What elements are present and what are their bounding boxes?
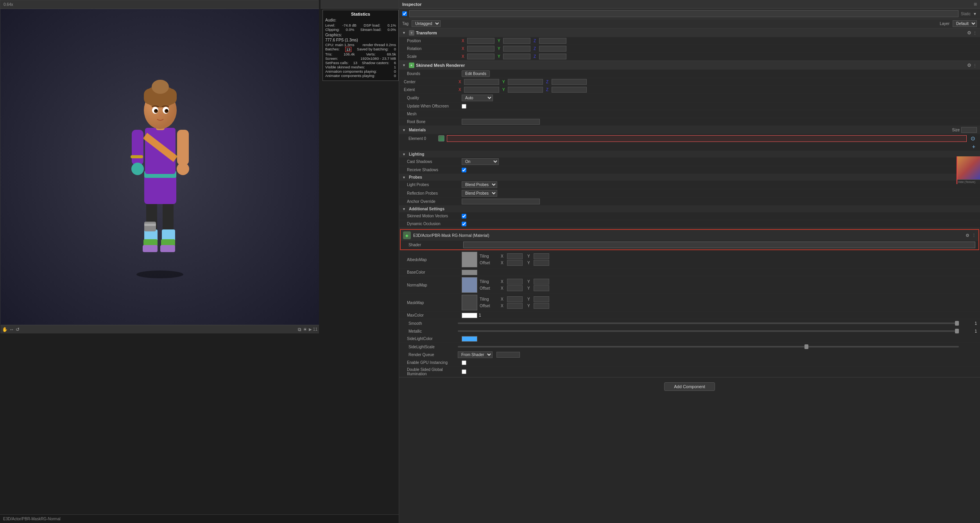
move-icon[interactable]: ↔ (9, 327, 14, 332)
double-sided-gi-checkbox[interactable] (462, 369, 466, 374)
character-figure (105, 50, 215, 284)
add-component-btn[interactable]: Add Component (664, 382, 715, 391)
scale-x-input[interactable]: 1 (467, 54, 494, 59)
normal-thumb (462, 277, 477, 293)
inspector-close-icon[interactable]: ⊞ (974, 2, 977, 6)
albedo-offset-x[interactable]: 0 (507, 260, 523, 266)
position-row: Position X 0 Y 0 Z 0 (399, 37, 980, 45)
tag-dropdown[interactable]: Untagged (412, 20, 441, 27)
position-y-input[interactable]: 0 (503, 38, 530, 44)
mask-offset-x[interactable]: 0 (507, 303, 523, 309)
transform-header[interactable]: ▼ T Transform ⚙ ⋮ (399, 29, 980, 37)
normal-tiling-x[interactable]: 1 (507, 279, 523, 285)
position-z-input[interactable]: 0 (539, 38, 566, 44)
rotate-icon[interactable]: ↺ (16, 327, 20, 332)
gpu-instancing-checkbox[interactable] (462, 360, 466, 365)
object-active-checkbox[interactable] (402, 11, 407, 16)
anchor-override-row: Anchor Override None (Transform) (399, 198, 980, 206)
lighting-section-header[interactable]: ▼ Lighting (399, 151, 980, 158)
light-probes-dropdown[interactable]: Blend Probes (462, 181, 497, 188)
audio-section: Audio: Level: -74.8 dB DSP load: 0.1% Cl… (325, 18, 396, 32)
materials-section-header[interactable]: ▼ Materials Size 1 (399, 126, 980, 134)
normal-offset-x[interactable]: 0 (507, 285, 523, 291)
root-bone-input[interactable]: None (Transform) (462, 119, 540, 125)
normal-offset-y[interactable]: 0 (534, 285, 549, 291)
center-y-input[interactable]: 0.9196696 (508, 79, 543, 85)
albedo-tiling-y[interactable]: 1 (534, 253, 549, 259)
normal-tiling-y[interactable]: 1 (534, 279, 549, 285)
rotation-y-input[interactable]: 0 (503, 46, 530, 52)
scale-y-input[interactable]: 1 (503, 54, 530, 59)
tag-label-text: Tag (402, 21, 408, 26)
light-icon[interactable]: ☀ (303, 327, 307, 332)
scale-y-item: Y 1 (498, 54, 530, 59)
transform-settings-icon[interactable]: ⚙ (967, 30, 971, 36)
element0-row: Element 0 E3D/Actor/PBR-MaskRG-Normal ⊙ (399, 134, 980, 143)
rotation-z-input[interactable]: 0 (539, 46, 566, 52)
render-queue-type-dropdown[interactable]: From Shader (458, 351, 493, 358)
smr-header[interactable]: ▼ ✦ Skinned Mesh Renderer ⚙ ⋮ (399, 61, 980, 70)
smr-collapse-arrow: ▼ (402, 63, 406, 67)
scale-xyz: X 1 Y 1 Z 1 (462, 54, 977, 59)
smr-menu-icon[interactable]: ⋮ (973, 63, 977, 68)
transform-menu-icon[interactable]: ⋮ (973, 31, 977, 35)
mask-offset-y[interactable]: 0 (534, 303, 549, 309)
center-z-input[interactable]: -0.09860827 (552, 79, 587, 85)
extent-y-label: Y (502, 88, 507, 92)
scale-z-input[interactable]: 1 (539, 54, 566, 59)
dynamic-occlusion-checkbox[interactable] (462, 222, 466, 226)
mask-tiling-y[interactable]: 1 (534, 296, 549, 302)
mask-offset-row: Offset X 0 Y 0 (480, 303, 549, 309)
normal-label: NormalMap (407, 283, 462, 287)
max-color-swatch[interactable] (462, 313, 477, 318)
layer-icon[interactable]: ⧉ (298, 327, 301, 332)
statistics-panel: Statistics Audio: Level: -74.8 dB DSP lo… (322, 10, 399, 81)
extent-z-input[interactable]: 0.2367781 (552, 87, 587, 93)
extent-x-input[interactable]: 0.5410055 (464, 87, 499, 93)
transform-collapse-arrow: ▼ (402, 31, 406, 35)
position-xyz: X 0 Y 0 Z 0 (462, 38, 977, 44)
mat-settings-icon[interactable]: ⚙ (966, 233, 969, 238)
static-dropdown-icon[interactable]: ▼ (973, 12, 977, 16)
rotation-x-input[interactable]: 0 (467, 46, 494, 52)
batches-label: Batches: (325, 47, 340, 52)
metallic-slider-thumb[interactable] (955, 329, 959, 333)
position-x-input[interactable]: 0 (467, 38, 494, 44)
base-color-swatch[interactable] (462, 270, 477, 275)
probes-section-header[interactable]: ▼ Probes (399, 174, 980, 181)
cast-shadows-dropdown[interactable]: On Off Two Sided Shadows Only (462, 158, 499, 165)
side-light-scale-track[interactable] (458, 346, 959, 347)
shader-input[interactable]: E3D/Actor/PBR-MaskRG-Normal (463, 242, 975, 248)
svg-rect-23 (144, 222, 156, 231)
side-light-color-swatch[interactable] (462, 336, 477, 342)
mask-tiling-x[interactable]: 1 (507, 296, 523, 302)
mat-menu-icon[interactable]: ⋮ (972, 233, 976, 238)
object-name-input[interactable]: MaTa(Clone) (409, 10, 959, 17)
smooth-slider-thumb[interactable] (955, 321, 959, 326)
add-element-btn[interactable]: + (971, 143, 977, 150)
additional-settings-header[interactable]: ▼ Additional Settings (399, 206, 980, 212)
quality-dropdown[interactable]: Auto (462, 95, 493, 101)
extent-y-input[interactable]: 0.9220527 (508, 87, 543, 93)
edit-bounds-btn[interactable]: Edit Bounds (462, 70, 490, 77)
skinned-motion-checkbox[interactable] (462, 214, 466, 219)
materials-size-input[interactable]: 1 (961, 127, 977, 133)
skinned-motion-label: Skinned Motion Vectors (407, 214, 462, 218)
reflection-probes-dropdown[interactable]: Blend Probes (462, 190, 497, 197)
metallic-slider-track[interactable] (458, 330, 959, 332)
layer-dropdown[interactable]: Default (953, 20, 977, 27)
hand-icon[interactable]: ✋ (2, 327, 8, 332)
smooth-slider-track[interactable] (458, 322, 959, 324)
center-x-input[interactable]: -0.0007258803 (464, 79, 499, 85)
element0-input[interactable]: E3D/Actor/PBR-MaskRG-Normal (447, 135, 967, 142)
render-queue-value[interactable]: 2000 (496, 352, 520, 358)
anchor-override-input[interactable]: None (Transform) (462, 199, 540, 204)
smr-settings-icon[interactable]: ⚙ (967, 63, 971, 68)
side-light-scale-thumb[interactable] (804, 344, 808, 349)
add-material-btn[interactable]: ⊙ (969, 135, 977, 141)
albedo-tiling-x[interactable]: 1 (507, 253, 523, 259)
receive-shadows-checkbox[interactable] (462, 168, 466, 172)
update-offscreen-checkbox[interactable] (462, 104, 466, 109)
albedo-offset-y[interactable]: 0 (534, 260, 549, 266)
inspector-content[interactable]: MaTa(Clone) Static ▼ Tag Untagged Layer … (399, 9, 980, 523)
